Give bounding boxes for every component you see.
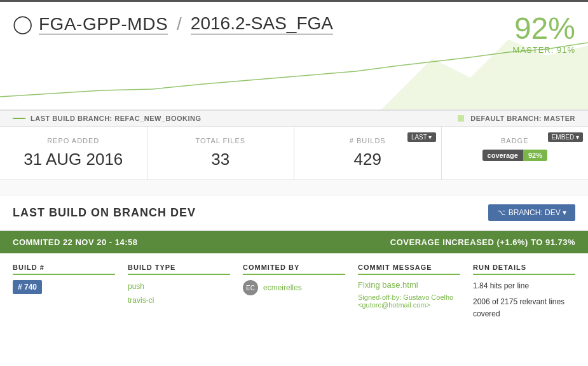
badge-box: EMBED ▾ BADGE coverage 92% bbox=[442, 127, 589, 179]
stats-row: REPO ADDED 31 AUG 2016 TOTAL FILES 33 LA… bbox=[0, 127, 588, 180]
build-type-ci: travis-ci bbox=[128, 294, 230, 308]
committer-col-header: COMMITED BY bbox=[243, 264, 345, 275]
default-branch-icon bbox=[458, 115, 464, 122]
build-type-push: push bbox=[128, 280, 230, 294]
badge-area: coverage 92% bbox=[455, 150, 576, 161]
total-files-value: 33 bbox=[160, 150, 282, 169]
build-number-col-header: BUILD # bbox=[13, 264, 115, 275]
committer-col: COMMITED BY EC ecmeirelles bbox=[243, 264, 358, 325]
default-branch-label: DEFAULT BRANCH: MASTER bbox=[470, 115, 575, 122]
last-build-branch-label: LAST BUILD BRANCH: REFAC_NEW_BOOKING bbox=[31, 115, 202, 122]
header-section: ◯ FGA-GPP-MDS / 2016.2-SAS_FGA 92% MASTE… bbox=[0, 2, 588, 110]
org-name: FGA-GPP-MDS bbox=[39, 14, 168, 34]
run-detail-hits: 1.84 hits per line bbox=[473, 280, 575, 292]
branch-bar: LAST BUILD BRANCH: REFAC_NEW_BOOKING DEF… bbox=[0, 110, 588, 127]
commit-message-col-header: COMMIT MESSAGE bbox=[358, 264, 460, 275]
org-link[interactable]: FGA-GPP-MDS bbox=[39, 14, 168, 34]
committer-avatar: EC bbox=[243, 280, 258, 295]
total-files-box: TOTAL FILES 33 bbox=[147, 127, 295, 179]
build-type-col-header: BUILD TYPE bbox=[128, 264, 230, 275]
committer-row: EC ecmeirelles bbox=[243, 280, 345, 295]
repo-separator: / bbox=[177, 14, 182, 34]
total-files-label: TOTAL FILES bbox=[160, 137, 282, 144]
commit-message[interactable]: Fixing base.html bbox=[358, 280, 460, 290]
repo-added-value: 31 AUG 2016 bbox=[13, 150, 134, 169]
last-build-section: LAST BUILD ON BRANCH DEV ⌥ BRANCH: DEV ▾… bbox=[0, 195, 588, 348]
branch-line-icon bbox=[13, 118, 25, 119]
build-number-col: BUILD # # 740 bbox=[13, 264, 128, 325]
branch-link[interactable]: 2016.2-SAS_FGA bbox=[191, 13, 333, 34]
builds-box: LAST ▾ # BUILDS 429 bbox=[294, 127, 442, 179]
repo-title: ◯ FGA-GPP-MDS / 2016.2-SAS_FGA bbox=[13, 13, 575, 34]
embed-tag[interactable]: EMBED ▾ bbox=[548, 132, 583, 142]
last-build-header: LAST BUILD ON BRANCH DEV ⌥ BRANCH: DEV ▾ bbox=[0, 195, 588, 231]
run-details-col-header: RUN DETAILS bbox=[473, 264, 575, 275]
repo-added-box: REPO ADDED 31 AUG 2016 bbox=[0, 127, 147, 179]
commit-bar: COMMITED 22 NOV 20 - 14:58 COVERAGE INCR… bbox=[0, 231, 588, 253]
coverage-increase: COVERAGE INCREASED (+1.6%) TO 91.73% bbox=[390, 237, 575, 247]
commit-signoff: Signed-off-by: Gustavo Coelho <gutorc@ho… bbox=[358, 293, 460, 309]
github-icon: ◯ bbox=[13, 13, 32, 34]
commit-date: COMMITED 22 NOV 20 - 14:58 bbox=[13, 237, 138, 247]
badge-coverage-text: coverage bbox=[482, 150, 523, 161]
repo-added-label: REPO ADDED bbox=[13, 137, 134, 144]
build-details: BUILD # # 740 BUILD TYPE push travis-ci … bbox=[0, 253, 588, 335]
coverage-badge: coverage 92% bbox=[482, 150, 547, 161]
coverage-big: 92% bbox=[514, 11, 575, 46]
section-spacer bbox=[0, 180, 588, 195]
committer-name[interactable]: ecmeirelles bbox=[263, 283, 302, 292]
build-number: # 740 bbox=[13, 280, 42, 294]
last-build-title: LAST BUILD ON BRANCH DEV bbox=[13, 206, 196, 220]
master-coverage: MASTER: 91% bbox=[513, 45, 575, 55]
badge-coverage-value: 92% bbox=[523, 150, 547, 161]
branch-bar-right: DEFAULT BRANCH: MASTER bbox=[458, 115, 575, 122]
builds-value: 429 bbox=[307, 150, 428, 169]
branch-select-button[interactable]: ⌥ BRANCH: DEV ▾ bbox=[488, 204, 575, 221]
branch-bar-left: LAST BUILD BRANCH: REFAC_NEW_BOOKING bbox=[13, 115, 202, 122]
build-type-col: BUILD TYPE push travis-ci bbox=[128, 264, 243, 325]
last-tag[interactable]: LAST ▾ bbox=[407, 132, 436, 142]
commit-message-col: COMMIT MESSAGE Fixing base.html Signed-o… bbox=[358, 264, 473, 325]
run-details-col: RUN DETAILS 1.84 hits per line 2006 of 2… bbox=[473, 264, 575, 325]
run-detail-lines: 2006 of 2175 relevant lines covered bbox=[473, 296, 575, 320]
